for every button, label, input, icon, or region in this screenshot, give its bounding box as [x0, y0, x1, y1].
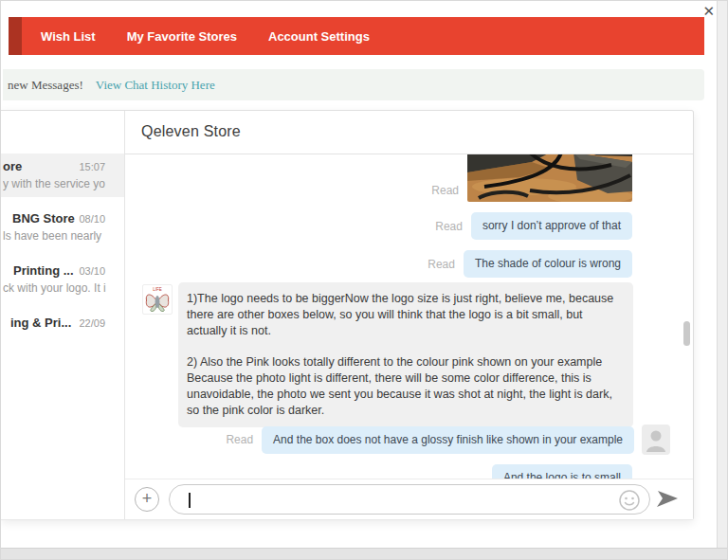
message-input-bar: +	[125, 479, 693, 519]
chat-scrollbar-thumb[interactable]	[683, 321, 690, 346]
message-row: Read And the box does not have a glossy …	[125, 425, 693, 455]
close-icon[interactable]: ✕	[702, 3, 715, 20]
message-row: Read sorry I don’t approve of that	[125, 212, 693, 240]
window-right-edge	[717, 1, 727, 549]
store-message-bubble[interactable]: 1)The logo needs to be biggerNow the log…	[178, 282, 633, 427]
read-receipt: Read	[435, 220, 463, 233]
read-receipt: Read	[428, 258, 455, 271]
new-messages-text: new Messages!	[8, 78, 83, 93]
nav-item-wish-list[interactable]: Wish List	[41, 29, 96, 44]
conversation-item[interactable]: BNG Store 08/10 ls have been nearly	[1, 206, 124, 249]
attach-plus-button[interactable]: +	[135, 487, 159, 512]
store-avatar: LIFE	[142, 284, 173, 315]
conversation-item[interactable]: ing & Pri... 22/09	[1, 310, 124, 353]
user-message-bubble[interactable]: And the box does not have a glossy finis…	[262, 426, 634, 454]
read-receipt: Read	[226, 433, 253, 446]
top-navbar: Wish List My Favorite Stores Account Set…	[9, 17, 704, 55]
conversation-title: Printing ...	[13, 263, 74, 278]
chat-main: Qeleven Store Read	[125, 111, 693, 519]
conversation-sidebar: ore 15:07 y with the service yo BNG Stor…	[1, 111, 125, 519]
svg-text:LIFE: LIFE	[153, 287, 162, 292]
conversation-time: 08/10	[79, 213, 105, 225]
emoji-smiley-icon[interactable]	[618, 489, 641, 512]
conversation-time: 03/10	[79, 265, 105, 277]
person-icon	[642, 425, 670, 455]
view-chat-history-link[interactable]: View Chat History Here	[96, 78, 215, 93]
text-caret	[189, 493, 191, 508]
conversation-item[interactable]: ore 15:07 y with the service yo	[1, 154, 124, 197]
store-message-paragraph: 1)The logo needs to be biggerNow the log…	[187, 291, 625, 339]
message-list[interactable]: Read	[125, 154, 693, 519]
app-window: ✕ Wish List My Favorite Stores Account S…	[0, 0, 728, 560]
butterfly-logo-icon: LIFE	[143, 285, 172, 314]
send-icon[interactable]	[656, 490, 679, 509]
chat-panel: ore 15:07 y with the service yo BNG Stor…	[1, 110, 694, 520]
conversation-preview: ls have been nearly	[3, 229, 115, 243]
conversation-preview: y with the service yo	[3, 177, 115, 190]
message-input[interactable]	[169, 484, 650, 515]
nav-item-favorite-stores[interactable]: My Favorite Stores	[127, 29, 237, 44]
message-row: Read The shade of colour is wrong	[125, 250, 693, 278]
message-row: LIFE 1)The logo needs to be biggerNow th…	[125, 282, 693, 427]
message-row: Read	[125, 154, 693, 202]
store-message-paragraph: 2) Also the Pink looks totally different…	[187, 354, 625, 419]
conversation-time: 22/09	[79, 317, 105, 329]
user-message-bubble[interactable]: The shade of colour is wrong	[464, 250, 632, 278]
window-bottom-edge	[1, 548, 727, 559]
conversation-title: ore	[3, 159, 22, 173]
chat-store-title: Qeleven Store	[141, 123, 241, 140]
read-receipt: Read	[431, 184, 459, 197]
user-avatar	[642, 425, 670, 455]
nav-item-account-settings[interactable]: Account Settings	[268, 29, 370, 44]
messages-notice-bar: new Messages! View Chat History Here	[3, 69, 704, 100]
user-message-bubble[interactable]: sorry I don’t approve of that	[471, 212, 632, 240]
conversation-preview: ck with your logo. It i	[3, 281, 115, 295]
conversation-item[interactable]: Printing ... 03/10 ck with your logo. It…	[1, 258, 124, 301]
conversation-title: ing & Pri...	[10, 316, 71, 330]
sent-photo-message[interactable]	[467, 154, 632, 202]
conversation-title: BNG Store	[12, 211, 75, 226]
photo-image	[467, 154, 632, 202]
chat-header: Qeleven Store	[125, 111, 693, 154]
conversation-time: 15:07	[79, 161, 105, 172]
navbar-lead-block	[9, 17, 22, 55]
